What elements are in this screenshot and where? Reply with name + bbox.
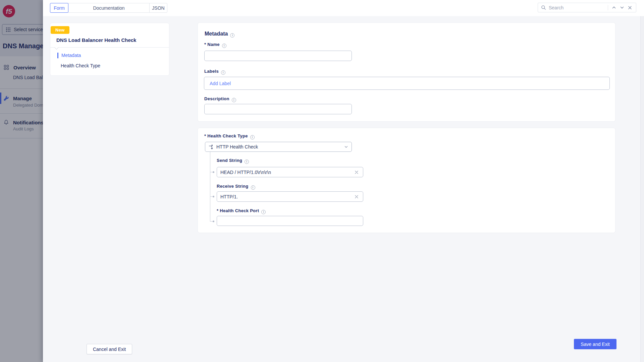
wizard-step-metadata[interactable]: Metadata — [61, 53, 81, 58]
send-string-label: Send Stringi — [217, 158, 249, 164]
tree-connector-dot — [213, 171, 214, 173]
info-icon[interactable]: i — [222, 44, 226, 48]
view-tabs: Form Documentation JSON — [50, 3, 167, 13]
tab-documentation[interactable]: Documentation — [68, 3, 150, 13]
send-string-input[interactable] — [217, 167, 363, 177]
tab-form[interactable]: Form — [50, 3, 68, 13]
health-check-modal: Form Documentation JSON — [43, 0, 644, 362]
section-notch — [54, 45, 59, 50]
tree-connector-dot — [213, 221, 214, 222]
info-icon[interactable]: i — [261, 210, 266, 214]
health-check-type-card: * Health Check Typei HTTP Health Check — [198, 128, 615, 233]
close-icon — [628, 6, 632, 10]
receive-string-input[interactable] — [217, 191, 363, 202]
scrollbar-track[interactable] — [640, 16, 644, 362]
info-icon[interactable]: i — [245, 160, 249, 164]
clear-icon[interactable] — [354, 194, 359, 199]
search-close-button[interactable] — [626, 4, 634, 12]
search-next-button[interactable] — [618, 4, 626, 12]
search-box — [538, 3, 636, 12]
tab-json[interactable]: JSON — [149, 3, 167, 13]
labels-label: Labelsi — [204, 69, 225, 75]
cancel-and-exit-button[interactable]: Cancel and Exit — [87, 344, 132, 354]
divider — [50, 47, 169, 48]
health-check-type-value: HTTP Health Check — [216, 144, 341, 149]
chevron-up-icon — [612, 5, 616, 10]
receive-string-label: Receive Stringi — [217, 184, 255, 190]
chevron-down-icon — [620, 5, 624, 10]
chevron-down-icon — [344, 145, 348, 149]
health-check-port-label: * Health Check Porti — [217, 208, 266, 214]
name-input[interactable] — [204, 51, 352, 61]
info-icon[interactable]: i — [251, 185, 255, 190]
name-label: * Namei — [204, 42, 226, 48]
info-icon[interactable]: i — [230, 33, 234, 38]
search-input[interactable] — [546, 5, 606, 10]
info-icon[interactable]: i — [232, 98, 236, 102]
add-label-placeholder[interactable]: Add Label — [204, 81, 231, 86]
metadata-card: Metadatai * Namei Labelsi Add Label Desc… — [198, 22, 615, 122]
save-and-exit-button[interactable]: Save and Exit — [574, 339, 616, 349]
search-prev-button[interactable] — [610, 4, 618, 12]
info-icon[interactable]: i — [221, 70, 225, 75]
search-icon — [541, 5, 546, 10]
labels-input[interactable]: Add Label — [204, 77, 610, 90]
metadata-heading: Metadatai — [205, 31, 234, 38]
health-check-type-select[interactable]: HTTP Health Check — [205, 142, 352, 152]
wizard-step-health-check-type[interactable]: Health Check Type — [61, 63, 100, 68]
modal-content: New DNS Load Balancer Health Check Metad… — [43, 16, 644, 362]
clear-icon[interactable] — [354, 170, 359, 175]
active-step-indicator — [57, 53, 58, 58]
wizard-nav-card: New DNS Load Balancer Health Check Metad… — [50, 23, 169, 76]
tree-connector-dot — [213, 196, 214, 197]
modal-topbar: Form Documentation JSON — [43, 0, 644, 16]
description-input[interactable] — [204, 104, 352, 114]
tree-connector — [210, 152, 210, 221]
modal-dim-overlay — [0, 0, 43, 362]
health-check-port-input[interactable] — [217, 216, 363, 226]
branch-type-icon — [209, 144, 214, 149]
divider — [608, 5, 608, 10]
wizard-title: DNS Load Balancer Health Check — [56, 37, 136, 43]
description-label: Descriptioni — [204, 96, 236, 102]
info-icon[interactable]: i — [250, 135, 255, 139]
health-check-type-label: * Health Check Typei — [204, 133, 255, 139]
status-badge: New — [51, 26, 69, 34]
